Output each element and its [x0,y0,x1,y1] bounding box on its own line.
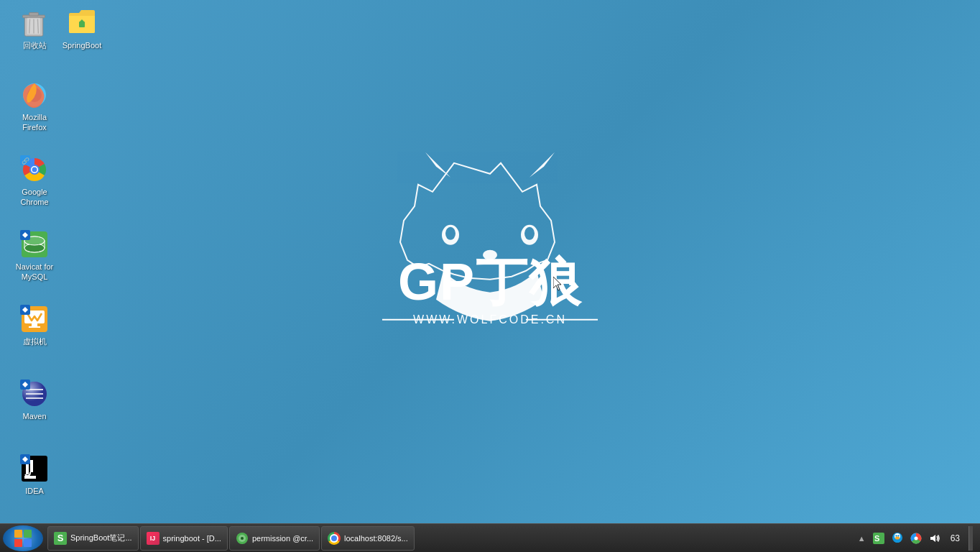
desktop-icon-maven[interactable]: Maven [9,377,60,424]
svg-point-4 [483,250,497,260]
recycle-bin-label: 回收站 [23,40,47,50]
show-desktop-button[interactable] [969,526,973,551]
tray-wps-icon[interactable]: S [872,531,886,546]
volume-icon[interactable] [928,531,942,546]
system-tray: ▲ S [856,526,977,551]
center-logo: GP丁狼 WWW.WOLFCODE.CN [325,142,655,360]
chrome-icon: 🔗 [20,155,49,184]
taskbar: S SpringBoot笔记... IJ springboot - [D... … [0,523,980,552]
desktop-icon-vmware[interactable]: 虚拟机 [9,302,60,349]
desktop-icon-google-chrome[interactable]: 🔗 Google Chrome [9,152,60,211]
svg-rect-18 [79,22,85,27]
svg-rect-54 [14,539,22,547]
clock-time: 63 [951,533,960,543]
taskbar-wps-button[interactable]: S SpringBoot笔记... [47,526,139,551]
svg-point-3 [524,227,535,240]
tray-qq-icon[interactable] [890,531,905,546]
svg-rect-53 [24,530,32,538]
svg-rect-52 [14,530,22,538]
taskbar-perm-button[interactable]: permission @cr... [229,526,320,551]
springboot-icon [68,9,96,37]
vmware-label: 虚拟机 [23,336,47,346]
svg-point-69 [914,536,917,540]
svg-point-0 [442,225,459,245]
svg-point-2 [445,227,456,240]
desktop: GP丁狼 WWW.WOLFCODE.CN 回收站 [0,0,980,523]
vmware-icon [20,305,49,334]
maven-icon [20,380,49,408]
svg-rect-55 [24,539,32,547]
svg-rect-36 [29,326,40,328]
recycle-bin-icon [20,9,49,37]
svg-marker-5 [425,152,450,178]
desktop-icon-navicat[interactable]: Navicat for MySQL [9,227,60,285]
clock[interactable]: 63 [946,532,964,545]
chrome-label: Google Chrome [20,187,48,208]
svg-rect-35 [32,323,37,326]
desktop-icon-recycle-bin[interactable]: 回收站 [9,6,60,53]
svg-point-65 [895,535,897,536]
tray-color-icon[interactable] [909,531,923,546]
firefox-icon [20,80,49,109]
desktop-icon-springboot[interactable]: SpringBoot [56,6,108,53]
taskbar-wps-label: SpringBoot笔记... [70,533,132,543]
tray-expand-arrow[interactable]: ▲ [856,533,867,544]
navicat-icon [20,230,49,259]
svg-text:S: S [874,534,879,543]
perm-icon [236,532,249,545]
taskbar-chrome-button[interactable]: localhost:8082/s... [321,526,415,551]
svg-text:🔗: 🔗 [22,157,30,165]
taskbar-perm-label: permission @cr... [252,534,313,543]
svg-point-24 [32,167,37,172]
svg-point-1 [521,225,538,245]
idea-label: IDEA [25,486,44,496]
wps-s-icon: S [54,532,67,545]
idea-icon [20,454,49,483]
chrome-taskbar-icon [328,532,341,545]
taskbar-chrome-label: localhost:8082/s... [344,534,408,543]
svg-point-67 [895,536,900,539]
taskbar-idea-button[interactable]: IJ springboot - [D... [140,526,228,551]
svg-point-58 [241,537,244,540]
springboot-label: SpringBoot [63,40,101,50]
maven-label: Maven [22,411,46,421]
navicat-label: Navicat for MySQL [16,262,54,282]
idea-taskbar-icon: IJ [147,532,160,545]
svg-rect-17 [27,18,40,34]
desktop-icon-idea[interactable]: IDEA [9,451,60,499]
firefox-label: Mozilla Firefox [22,112,47,133]
svg-rect-13 [29,12,39,16]
mouse-cursor [553,277,562,290]
svg-text:WWW.WOLFCODE.CN: WWW.WOLFCODE.CN [413,313,567,326]
svg-rect-49 [30,460,33,472]
svg-marker-6 [530,152,555,178]
desktop-icon-mozilla-firefox[interactable]: Mozilla Firefox [9,78,60,136]
start-button[interactable] [3,525,43,551]
svg-text:GP丁狼: GP丁狼 [398,253,583,310]
svg-point-66 [897,535,899,536]
taskbar-idea-label: springboot - [D... [163,534,221,543]
